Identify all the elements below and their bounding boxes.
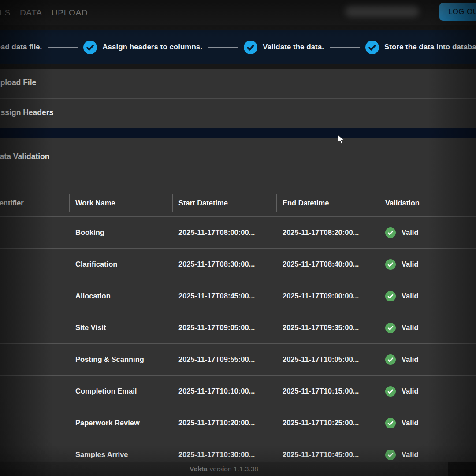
validation-status: Valid	[402, 419, 419, 427]
cell-work-name: Booking	[69, 228, 172, 237]
col-header-label: Identifier	[0, 199, 24, 207]
col-header-validation: Validation	[379, 190, 476, 216]
nav-item-data[interactable]: DATA	[20, 8, 42, 18]
nav-item-tools[interactable]: TOOLS	[0, 8, 11, 18]
step-store: Store the data into database.	[365, 41, 476, 54]
cell-validation: Valid	[379, 259, 476, 270]
app-window: TOOLS DATA UPLOAD LOG OUT Upload data fi…	[0, 0, 476, 476]
validation-status: Valid	[402, 292, 419, 300]
cell-validation: Valid	[379, 450, 476, 460]
section-data-validation: Data Validation Identifier Work Name Sta…	[0, 138, 476, 462]
cell-start-datetime: 2025-11-17T10:30:00...	[172, 450, 276, 459]
step-label: Upload data file.	[0, 43, 42, 52]
step-label: Store the data into database.	[384, 43, 476, 52]
table-row: Paperwork Review 2025-11-17T10:20:00... …	[0, 407, 476, 439]
cell-end-datetime: 2025-11-17T10:15:00...	[276, 387, 379, 395]
valid-check-icon	[385, 450, 396, 460]
step-connector	[48, 47, 78, 48]
valid-check-icon	[385, 227, 396, 238]
upload-stepper: Upload data file. Assign headers to colu…	[0, 30, 476, 64]
col-header-start-datetime: Start Datetime	[172, 190, 276, 216]
check-circle-icon	[244, 41, 257, 54]
cell-end-datetime: 2025-11-17T09:35:00...	[276, 324, 379, 332]
cell-end-datetime: 2025-11-17T10:05:00...	[276, 355, 379, 364]
cell-work-name: Completion Email	[69, 387, 172, 395]
check-circle-icon	[365, 41, 379, 54]
step-upload-file: Upload data file.	[0, 43, 42, 52]
validation-table: Identifier Work Name Start Datetime End …	[0, 190, 476, 470]
cell-work-name: Paperwork Review	[69, 419, 172, 427]
nav-menu: TOOLS DATA UPLOAD	[0, 0, 88, 25]
table-row: Allocation 2025-11-17T08:45:00... 2025-1…	[0, 280, 476, 312]
app-footer: Vekta version 1.1.3.38	[0, 462, 448, 476]
cell-start-datetime: 2025-11-17T08:45:00...	[172, 292, 276, 300]
table-header-row: Identifier Work Name Start Datetime End …	[0, 190, 476, 216]
validation-status: Valid	[402, 324, 419, 332]
table-body: Booking 2025-11-17T08:00:00... 2025-11-1…	[0, 216, 476, 470]
section-title-data-validation: Data Validation	[0, 152, 49, 161]
valid-check-icon	[385, 386, 396, 397]
validation-status: Valid	[402, 260, 419, 268]
check-circle-icon	[83, 41, 97, 54]
username-redacted	[345, 6, 419, 17]
valid-check-icon	[385, 291, 396, 301]
cell-end-datetime: 2025-11-17T08:20:00...	[276, 228, 379, 237]
cell-start-datetime: 2025-11-17T09:55:00...	[172, 355, 276, 364]
step-connector	[208, 47, 238, 48]
valid-check-icon	[385, 354, 396, 365]
cell-work-name: Samples Arrive	[69, 450, 172, 459]
cell-work-name: Allocation	[69, 292, 172, 300]
cell-validation: Valid	[379, 291, 476, 301]
footer-version: version 1.1.3.38	[210, 465, 258, 473]
cell-validation: Valid	[379, 354, 476, 365]
section-upload-file[interactable]: Upload File	[0, 69, 476, 98]
cell-validation: Valid	[379, 418, 476, 428]
valid-check-icon	[385, 418, 396, 428]
logout-button[interactable]: LOG OUT	[439, 3, 476, 21]
cell-end-datetime: 2025-11-17T08:40:00...	[276, 260, 379, 268]
step-assign-headers: Assign headers to columns.	[83, 41, 202, 54]
cell-validation: Valid	[379, 386, 476, 397]
footer-brand: Vekta	[190, 465, 208, 473]
cell-start-datetime: 2025-11-17T10:20:00...	[172, 419, 276, 427]
section-divider-strip	[0, 128, 476, 138]
cell-work-name: Clarification	[69, 260, 172, 268]
step-label: Assign headers to columns.	[102, 43, 202, 52]
table-row: Clarification 2025-11-17T08:30:00... 202…	[0, 248, 476, 280]
col-header-work-name: Work Name	[69, 190, 172, 216]
valid-check-icon	[385, 259, 396, 270]
validation-status: Valid	[402, 228, 419, 237]
mouse-cursor-icon	[338, 134, 344, 145]
section-title-upload-file: Upload File	[0, 78, 36, 87]
validation-status: Valid	[402, 450, 419, 459]
col-header-identifier: Identifier	[0, 190, 69, 216]
validation-status: Valid	[402, 387, 419, 395]
table-row: Completion Email 2025-11-17T10:10:00... …	[0, 375, 476, 407]
table-row: Booking 2025-11-17T08:00:00... 2025-11-1…	[0, 216, 476, 248]
cell-validation: Valid	[379, 323, 476, 333]
cell-end-datetime: 2025-11-17T10:45:00...	[276, 450, 379, 459]
cell-end-datetime: 2025-11-17T09:00:00...	[276, 292, 379, 300]
nav-item-upload[interactable]: UPLOAD	[52, 8, 88, 18]
valid-check-icon	[385, 323, 396, 333]
cell-work-name: Site Visit	[69, 324, 172, 332]
cell-start-datetime: 2025-11-17T08:00:00...	[172, 228, 276, 237]
cell-end-datetime: 2025-11-17T10:25:00...	[276, 419, 379, 427]
table-row: Posting & Scanning 2025-11-17T09:55:00..…	[0, 343, 476, 375]
top-nav: TOOLS DATA UPLOAD LOG OUT	[0, 0, 476, 25]
section-title-assign-headers: Assign Headers	[0, 108, 53, 117]
step-validate: Validate the data.	[244, 41, 324, 54]
cell-start-datetime: 2025-11-17T10:10:00...	[172, 387, 276, 395]
validation-status: Valid	[402, 355, 419, 364]
step-label: Validate the data.	[263, 43, 324, 52]
cell-work-name: Posting & Scanning	[69, 355, 172, 364]
cell-validation: Valid	[379, 227, 476, 238]
section-assign-headers[interactable]: Assign Headers	[0, 98, 476, 128]
cell-start-datetime: 2025-11-17T09:05:00...	[172, 324, 276, 332]
step-connector	[330, 47, 360, 48]
col-header-end-datetime: End Datetime	[276, 190, 379, 216]
table-row: Site Visit 2025-11-17T09:05:00... 2025-1…	[0, 312, 476, 343]
cell-start-datetime: 2025-11-17T08:30:00...	[172, 260, 276, 268]
